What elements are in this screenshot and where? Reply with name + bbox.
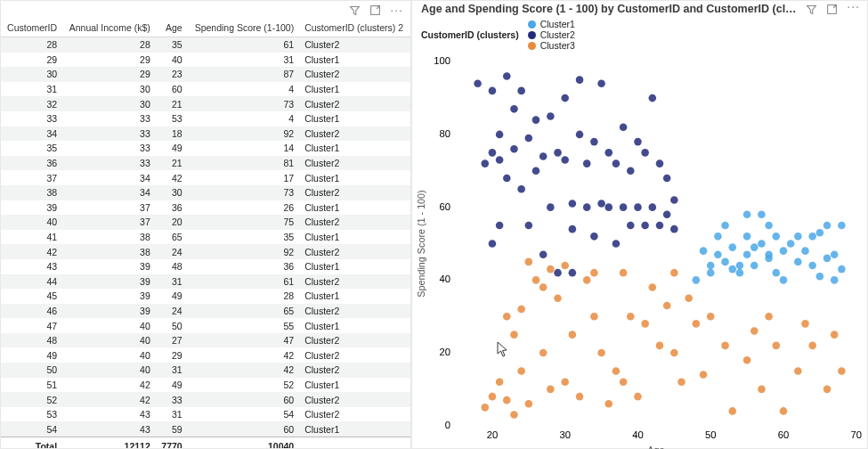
data-point[interactable] (612, 240, 621, 248)
data-point[interactable] (517, 87, 525, 95)
data-point[interactable] (728, 243, 736, 251)
table-row[interactable]: 44393161Cluster2 (1, 274, 410, 290)
data-point[interactable] (576, 393, 584, 401)
table-row[interactable]: 46392465Cluster2 (1, 304, 410, 319)
data-point[interactable] (838, 265, 846, 273)
data-point[interactable] (489, 87, 497, 95)
data-point[interactable] (641, 320, 649, 328)
data-point[interactable] (554, 269, 562, 277)
data-point[interactable] (539, 349, 548, 357)
data-point[interactable] (787, 240, 795, 248)
data-point[interactable] (489, 149, 497, 157)
data-point[interactable] (481, 404, 489, 412)
table-row[interactable]: 38343073Cluster2 (1, 185, 410, 200)
data-point[interactable] (743, 210, 751, 218)
data-point[interactable] (481, 159, 489, 167)
data-point[interactable] (758, 210, 766, 218)
table-row[interactable]: 32302173Cluster2 (1, 96, 410, 111)
data-point[interactable] (700, 371, 708, 379)
data-point[interactable] (663, 302, 671, 310)
data-point[interactable] (517, 185, 525, 193)
data-point[interactable] (743, 250, 751, 258)
data-point[interactable] (620, 123, 628, 131)
data-point[interactable] (743, 233, 751, 241)
data-point[interactable] (765, 313, 773, 321)
data-point[interactable] (707, 313, 715, 321)
data-point[interactable] (831, 250, 839, 258)
data-table[interactable]: CustomerIDAnnual Income (k$)AgeSpending … (1, 19, 410, 448)
legend-item[interactable]: Cluster2 (528, 29, 575, 40)
data-point[interactable] (489, 240, 497, 248)
data-point[interactable] (510, 145, 518, 153)
data-point[interactable] (816, 273, 824, 281)
table-row[interactable]: 35334914Cluster1 (1, 141, 410, 156)
data-point[interactable] (707, 262, 715, 270)
data-point[interactable] (496, 156, 504, 164)
data-point[interactable] (794, 258, 802, 266)
data-point[interactable] (831, 276, 839, 284)
data-point[interactable] (670, 225, 678, 233)
table-row[interactable]: 45394928Cluster1 (1, 289, 410, 304)
table-row[interactable]: 52423360Cluster2 (1, 392, 410, 407)
data-point[interactable] (649, 94, 657, 102)
data-point[interactable] (597, 79, 605, 87)
data-point[interactable] (656, 342, 664, 350)
legend-item[interactable]: Cluster1 (528, 19, 575, 29)
data-point[interactable] (693, 320, 701, 328)
data-point[interactable] (721, 342, 729, 350)
data-point[interactable] (721, 222, 729, 230)
data-point[interactable] (474, 79, 482, 87)
data-point[interactable] (569, 225, 577, 233)
data-point[interactable] (525, 222, 533, 230)
table-row[interactable]: 3130604Cluster1 (1, 82, 410, 97)
data-point[interactable] (547, 203, 555, 211)
data-point[interactable] (590, 313, 598, 321)
table-row[interactable]: 30292387Cluster2 (1, 67, 410, 82)
data-point[interactable] (539, 283, 548, 291)
data-point[interactable] (576, 76, 584, 84)
data-point[interactable] (612, 159, 621, 167)
data-point[interactable] (547, 386, 555, 394)
data-point[interactable] (750, 262, 758, 270)
data-point[interactable] (670, 196, 678, 204)
data-point[interactable] (561, 262, 569, 270)
data-point[interactable] (758, 386, 766, 394)
data-point[interactable] (649, 283, 657, 291)
data-point[interactable] (831, 331, 839, 339)
data-point[interactable] (736, 262, 744, 270)
data-point[interactable] (539, 152, 548, 160)
column-header[interactable]: Spending Score (1-100) (188, 19, 299, 37)
data-point[interactable] (765, 250, 773, 258)
data-point[interactable] (517, 306, 525, 314)
data-point[interactable] (496, 131, 504, 139)
data-point[interactable] (685, 294, 693, 302)
data-point[interactable] (569, 331, 577, 339)
data-point[interactable] (693, 276, 701, 284)
data-point[interactable] (773, 269, 781, 277)
table-row[interactable]: 42382492Cluster2 (1, 244, 410, 259)
data-point[interactable] (656, 222, 664, 230)
data-point[interactable] (532, 116, 540, 124)
data-point[interactable] (663, 210, 671, 218)
data-point[interactable] (590, 269, 598, 277)
column-header[interactable]: Age (156, 19, 188, 37)
data-point[interactable] (677, 378, 685, 386)
data-point[interactable] (765, 222, 773, 230)
data-point[interactable] (561, 378, 569, 386)
data-point[interactable] (604, 149, 612, 157)
data-point[interactable] (641, 149, 649, 157)
data-point[interactable] (750, 327, 758, 335)
data-point[interactable] (539, 250, 548, 258)
data-point[interactable] (569, 200, 577, 208)
data-point[interactable] (721, 258, 729, 266)
data-point[interactable] (649, 203, 657, 211)
data-point[interactable] (525, 135, 533, 143)
filter-icon[interactable] (806, 4, 817, 15)
data-point[interactable] (496, 378, 504, 386)
data-point[interactable] (670, 349, 678, 357)
data-point[interactable] (750, 243, 758, 251)
table-row[interactable]: 40372075Cluster2 (1, 215, 410, 230)
table-row[interactable]: 54435960Cluster1 (1, 421, 410, 437)
filter-icon[interactable] (349, 4, 361, 16)
data-point[interactable] (838, 367, 846, 375)
